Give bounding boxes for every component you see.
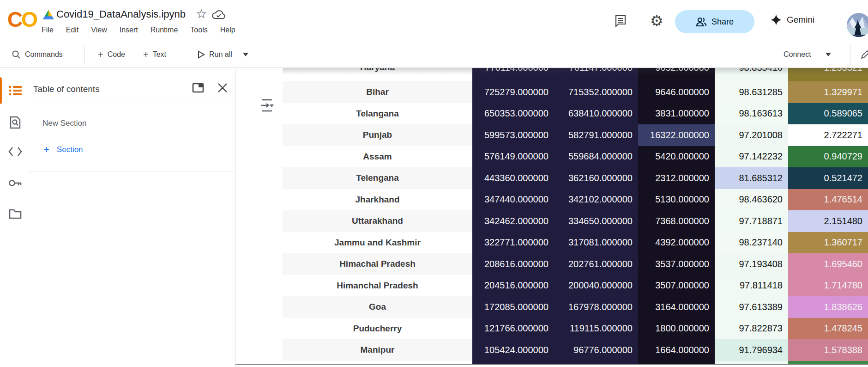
cell-cured: 715352.000000 <box>554 81 638 103</box>
dataframe: Haryana770114.000000761147.0000009652.00… <box>283 68 868 364</box>
cell-recovery-rate: 98.463620 <box>715 189 788 211</box>
code-icon[interactable] <box>8 145 22 159</box>
table-row: Bihar725279.000000715352.0000009646.0000… <box>283 81 868 103</box>
table-row: Assam576149.000000559684.0000005420.0000… <box>283 146 868 168</box>
table-row: Jharkhand347440.000000342102.0000005130.… <box>283 189 868 211</box>
cell-death-rate: 2.722271 <box>788 124 868 146</box>
cell-state: Telengana <box>283 167 472 189</box>
edit-pencil-icon[interactable] <box>860 42 868 67</box>
cell-state: Haryana <box>283 68 472 81</box>
cell-confirmed: 342462.000000 <box>472 210 554 232</box>
cell-death-rate: 0.521472 <box>788 167 868 189</box>
close-icon[interactable] <box>217 82 228 93</box>
cell-cured: 582791.000000 <box>554 124 638 146</box>
find-replace-icon[interactable] <box>8 116 22 129</box>
share-label: Share <box>711 17 734 27</box>
cell-deaths: 7368.000000 <box>638 210 715 232</box>
chevron-down-icon <box>243 53 248 56</box>
menu-insert[interactable]: Insert <box>120 26 138 34</box>
people-icon <box>696 17 707 27</box>
run-all-button[interactable]: Run all <box>198 42 248 67</box>
cell-death-rate: 0.940729 <box>788 146 868 168</box>
toc-list-icon[interactable] <box>8 84 22 98</box>
cell-confirmed: 322771.000000 <box>472 232 554 254</box>
plus-icon: + <box>43 144 49 156</box>
table-row: Telangana650353.000000638410.0000003831.… <box>283 103 868 125</box>
cell-recovery-rate: 97.142232 <box>715 146 788 168</box>
cell-death-rate: 1.329971 <box>788 81 868 103</box>
cell-deaths: 1800.000000 <box>638 318 715 340</box>
cell-state: Jharkhand <box>283 189 472 211</box>
cell-death-rate: 1.476514 <box>788 189 868 211</box>
table-row: Uttarakhand342462.000000334650.000000736… <box>283 210 868 232</box>
commands-button[interactable]: Commands <box>12 42 63 67</box>
cell-recovery-rate: 98.631285 <box>715 81 788 103</box>
table-row: Telengana443360.000000362160.0000002312.… <box>283 167 868 189</box>
cell-cured: 559684.000000 <box>554 146 638 168</box>
folder-icon[interactable] <box>8 207 22 220</box>
cell-recovery-rate: 97.811418 <box>715 275 788 297</box>
table-row: Himanchal Pradesh204516.000000200040.000… <box>283 275 868 297</box>
gear-icon[interactable]: ⚙ <box>650 12 663 30</box>
menu-file[interactable]: File <box>42 26 54 34</box>
colab-logo-icon[interactable]: CO <box>7 6 35 33</box>
cell-deaths: 5130.000000 <box>638 189 715 211</box>
toolbar-divider <box>850 45 850 64</box>
cell-recovery-rate: 91.796934 <box>715 339 788 361</box>
cell-death-rate: 1.253321 <box>788 68 868 81</box>
divider <box>29 171 235 171</box>
table-row: Jammu and Kashmir322771.000000317081.000… <box>283 232 868 254</box>
cell-death-rate: 1.360717 <box>788 232 868 254</box>
menu-help[interactable]: Help <box>220 26 235 34</box>
notebook-title[interactable]: Covid19_DataAnalysis.ipynb <box>56 8 186 20</box>
cell-deaths: 3537.000000 <box>638 253 715 275</box>
cell-cured: 119115.000000 <box>554 318 638 340</box>
sparkle-icon <box>770 14 782 26</box>
table-row: Puducherry121766.000000119115.0000001800… <box>283 318 868 340</box>
cell-recovery-rate: 97.193408 <box>715 253 788 275</box>
cell-deaths: 16322.000000 <box>638 124 715 146</box>
play-icon <box>198 50 205 59</box>
cell-death-rate: 1.838626 <box>788 296 868 318</box>
cloud-saved-icon[interactable] <box>211 9 225 20</box>
cell-cured: 167978.000000 <box>554 296 638 318</box>
colab-window: CO Covid19_DataAnalysis.ipynb ☆ File Edi… <box>0 0 868 367</box>
cell-recovery-rate: 97.613389 <box>715 296 788 318</box>
open-in-tab-icon[interactable] <box>192 83 204 93</box>
cell-cured: 362160.000000 <box>554 167 638 189</box>
cell-confirmed: 599573.000000 <box>472 124 554 146</box>
star-icon[interactable]: ☆ <box>196 6 207 21</box>
cell-confirmed: 443360.000000 <box>472 167 554 189</box>
cell-state: Telangana <box>283 103 472 125</box>
cell-state: Himanchal Pradesh <box>283 275 472 297</box>
key-icon[interactable] <box>8 176 22 190</box>
comment-icon[interactable] <box>614 14 627 27</box>
cell-state: Uttarakhand <box>283 210 472 232</box>
menu-runtime[interactable]: Runtime <box>151 26 178 34</box>
add-text-button[interactable]: + Text <box>143 42 166 67</box>
active-panel-indicator <box>0 77 2 104</box>
output-bottom-border <box>235 364 868 365</box>
cell-cured: 317081.000000 <box>554 232 638 254</box>
output-view-selector-icon[interactable] <box>260 98 274 112</box>
gemini-label: Gemini <box>787 15 814 25</box>
panel-title: Table of contents <box>33 84 100 94</box>
cell-recovery-rate: 98.163613 <box>715 103 788 125</box>
table-row: Himachal Pradesh208616.000000202761.0000… <box>283 253 868 275</box>
menu-edit[interactable]: Edit <box>66 26 79 34</box>
sidebar: Table of contents New Section + Section <box>0 68 235 367</box>
add-code-button[interactable]: + Code <box>98 42 125 67</box>
toc-item-new-section[interactable]: New Section <box>42 119 86 128</box>
menubar: File Edit View Insert Runtime Tools Help <box>42 26 235 34</box>
cell-deaths: 9652.000000 <box>638 68 715 81</box>
gemini-button[interactable]: Gemini <box>770 14 814 26</box>
cell-deaths: 5420.000000 <box>638 146 715 168</box>
share-button[interactable]: Share <box>675 10 754 33</box>
menu-view[interactable]: View <box>91 26 107 34</box>
avatar[interactable] <box>847 13 868 37</box>
add-section-button[interactable]: + Section <box>43 144 83 156</box>
connect-button[interactable]: Connect <box>784 42 831 67</box>
menu-tools[interactable]: Tools <box>190 26 207 34</box>
cell-cured: 761147.000000 <box>554 68 638 81</box>
cell-deaths: 3507.000000 <box>638 275 715 297</box>
